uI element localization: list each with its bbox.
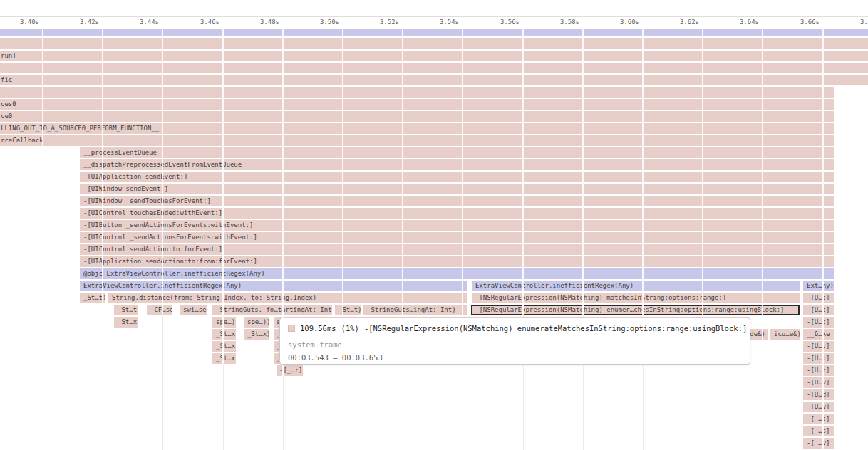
flame-bar[interactable]: -[UIButton _sendActionsForEvents:withEve… — [80, 220, 834, 231]
flame-bar[interactable]: -[U…v] — [803, 402, 834, 412]
flame-bar[interactable] — [0, 63, 868, 73]
flame-bar[interactable]: -[UIApplication sendAction:to:from:forEv… — [80, 256, 834, 267]
tooltip-frame-name: -[NSRegularExpression(NSMatching) enumer… — [364, 324, 747, 333]
flame-bar[interactable]: @objc ExtraViewController.inefficientReg… — [80, 268, 834, 279]
flame-bar[interactable]: spe…)) — [244, 317, 269, 328]
flame-bar[interactable]: _St…t) — [80, 293, 105, 303]
flame-bar[interactable]: ce0 — [0, 111, 834, 122]
flame-bar[interactable]: -[U…:] — [803, 353, 834, 364]
gridline-overlay — [582, 29, 584, 315]
flame-bar[interactable]: icu…e&) — [770, 329, 800, 340]
gridline-overlay — [762, 29, 763, 340]
flame-bar[interactable] — [0, 87, 834, 98]
flame-bar[interactable]: -[U…:] — [803, 365, 834, 376]
gridline-overlay — [642, 29, 644, 315]
flame-bar[interactable]: ces0 — [0, 99, 834, 110]
flame-bar[interactable]: Ext…ny) — [803, 281, 834, 291]
ruler-tick-label: 3.64s — [698, 19, 759, 26]
flame-bar[interactable]: __6…ke — [803, 329, 834, 340]
gridline-overlay — [702, 29, 703, 315]
flame-bar[interactable]: -[U…:] — [803, 293, 834, 303]
flame-bar[interactable]: -[UIControl _sendActionsForEvents:withEv… — [80, 232, 834, 243]
gridline-overlay — [102, 29, 103, 303]
ruler-tick-label: 3.44s — [98, 19, 159, 26]
flame-bar[interactable]: -[U…v] — [803, 377, 834, 388]
ruler-top-strip — [0, 0, 868, 17]
ruler-tick-label: 3.66s — [759, 19, 820, 26]
flame-bar[interactable]: __dispatchPreprocessedEventFromEventQueu… — [80, 159, 834, 170]
flame-bar[interactable]: spe…)) — [212, 317, 236, 328]
flame-bar[interactable]: rceCallback — [0, 135, 834, 146]
flame-bar[interactable]: _St…t) — [114, 305, 138, 315]
flame-bar-selected[interactable]: -[NSRegularExpression(NSMatching) enumer… — [471, 305, 800, 315]
gridline-overlay — [42, 29, 43, 146]
gridline-overlay — [222, 29, 224, 364]
ruler-tick-label: 3.42s — [38, 19, 99, 26]
gridline-overlay — [522, 29, 524, 315]
gridline-overlay — [402, 29, 403, 315]
flame-bar[interactable]: -[U…:] — [803, 305, 834, 315]
ruler-tick-label: 3.50s — [279, 19, 339, 26]
flame-bar[interactable]: -[UIControl touchesEnded:withEvent:] — [80, 208, 834, 219]
ruler-tick-label: 3.52s — [339, 19, 399, 26]
flame-bar[interactable]: -[UIApplication sendEvent:] — [80, 172, 834, 182]
tooltip-summary: 109.56ms (1%) -[NSRegularExpression(NSMa… — [288, 324, 747, 333]
flame-bar[interactable] — [0, 38, 868, 49]
flame-bar[interactable]: ExtraViewController.inefficientRegex(Any… — [80, 281, 467, 291]
flame-bar[interactable]: _St…x) — [244, 329, 269, 340]
flame-bar[interactable]: ExtraViewController.inefficientRegex(Any… — [472, 281, 800, 291]
ruler-tick-label: 3.56s — [459, 19, 520, 26]
ruler-tick-label: 3.60s — [579, 19, 639, 26]
flame-bar[interactable]: _StringGuts._fo…tartingAt: Int) — [212, 305, 332, 315]
tooltip-duration: 109.56ms — [300, 324, 336, 333]
gridline-overlay — [462, 29, 463, 315]
tooltip-subtitle: system frame — [288, 340, 342, 349]
flame-bar[interactable]: __processEventQueue — [80, 147, 834, 158]
ruler-tick-label: 3.40s — [0, 19, 39, 26]
flame-bar[interactable]: -[_…:] — [277, 365, 303, 376]
flame-bar[interactable]: fic — [0, 75, 868, 85]
flame-bar[interactable]: -[U…:] — [803, 341, 834, 352]
flame-bar[interactable]: _St…x) — [212, 353, 236, 364]
ruler-tick-label: 3.62s — [639, 19, 699, 26]
flame-bar[interactable]: -[UIWindow sendEvent:] — [80, 184, 834, 194]
flame-bar[interactable] — [0, 29, 868, 36]
tooltip-percent: (1%) — [341, 324, 359, 333]
flame-bar[interactable]: -[NSRegularExpression(NSMatching) matche… — [472, 293, 800, 303]
flame-bar[interactable]: _St…x) — [212, 341, 236, 352]
flame-bar[interactable]: swi…se — [180, 305, 207, 315]
flame-bar[interactable]: -[UIWindow _sendTouchesForEvent:] — [80, 196, 834, 206]
flame-bar[interactable]: LLING_OUT_TO_A_SOURCE0_PERFORM_FUNCTION_… — [0, 123, 834, 134]
ruler-tick-label: 3.54s — [398, 19, 459, 26]
ruler-tick-label: 3.48s — [219, 19, 279, 26]
flame-bar[interactable]: -[_…s] — [803, 426, 834, 436]
gridline-overlay — [822, 29, 824, 450]
ruler-tick-label: 3.46s — [159, 19, 219, 26]
ruler-tick-label: 3.68s — [819, 19, 868, 26]
flame-bar[interactable]: run] — [0, 51, 868, 61]
flame-bar[interactable]: _St…x) — [212, 329, 236, 340]
gridline-overlay — [342, 29, 343, 315]
flame-bar[interactable]: -[UIControl sendAction:to:forEvent:] — [80, 244, 834, 255]
flame-bar[interactable]: -[U…:] — [803, 317, 834, 328]
flame-bar[interactable]: _St…t) — [335, 305, 361, 315]
flame-bar[interactable]: _CF…se — [147, 305, 172, 315]
ruler-tick-label: 3.58s — [519, 19, 579, 26]
flame-chart[interactable]: 3.40s3.42s3.44s3.46s3.48s3.50s3.52s3.54s… — [0, 0, 868, 450]
gridline-overlay — [162, 29, 163, 315]
tooltip-time-range: 00:03.543 — 00:03.653 — [288, 353, 383, 362]
flame-bar[interactable]: -[_…v] — [803, 438, 834, 449]
flame-bar[interactable]: _StringGuts…ingAt: Int) — [363, 305, 467, 315]
flame-bar[interactable]: _St…x) — [114, 317, 138, 328]
frame-color-swatch — [288, 325, 295, 332]
flame-bar[interactable]: -[_…:] — [803, 414, 834, 424]
flame-bar[interactable]: -[U…d] — [803, 389, 834, 400]
frame-tooltip: 109.56ms (1%) -[NSRegularExpression(NSMa… — [279, 318, 750, 365]
